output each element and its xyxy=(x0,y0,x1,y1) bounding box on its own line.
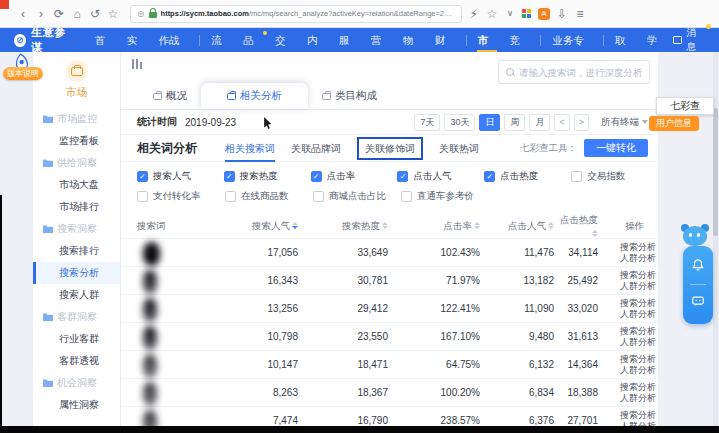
back-icon[interactable]: ‹ xyxy=(14,8,32,20)
sidebar-item-market-overview[interactable]: 市场大盘 xyxy=(33,174,120,196)
sort-icons[interactable] xyxy=(592,230,598,237)
tab-related-hot-words[interactable]: 关联热词 xyxy=(439,135,479,162)
flash-plugin-icon[interactable]: ⚡ xyxy=(468,8,480,20)
crowd-analysis-link[interactable]: 人群分析 xyxy=(600,309,656,320)
download-icon[interactable]: ⇩ xyxy=(556,8,568,20)
crowd-analysis-link[interactable]: 人群分析 xyxy=(600,365,656,376)
crowd-analysis-link[interactable]: 人群分析 xyxy=(600,281,656,292)
sidebar-item-customer-perspective[interactable]: 客群透视 xyxy=(33,350,120,372)
tab-related-analysis-active[interactable]: 相关分析 xyxy=(201,83,308,109)
sidebar-item-market-ranking[interactable]: 市场排行 xyxy=(33,196,120,218)
metric-checkbox-search-heat[interactable]: ✓搜索热度 xyxy=(224,170,311,183)
search-input[interactable] xyxy=(519,67,642,78)
search-analysis-link[interactable]: 搜索分析 xyxy=(600,298,656,309)
sidebar-item-search-crowd[interactable]: 搜索人群 xyxy=(33,284,120,306)
version-note-tag[interactable]: 版本说明 xyxy=(3,67,43,80)
sidebar-item-industry-customers[interactable]: 行业客群 xyxy=(33,328,120,350)
search-analysis-link[interactable]: 搜索分析 xyxy=(600,382,656,393)
nav-item-service[interactable]: 服务 xyxy=(339,28,359,52)
tab-overview[interactable]: 概况 xyxy=(139,83,201,109)
col-search-heat[interactable]: 搜索热度 xyxy=(300,214,390,239)
nav-item-finance[interactable]: 财务 xyxy=(435,28,455,52)
qicaicha-overlay-button[interactable]: 七彩查 xyxy=(656,97,714,115)
prev-date-button[interactable]: < xyxy=(554,114,569,131)
keyword-search-box[interactable] xyxy=(498,60,650,84)
range-7d-button[interactable]: 7天 xyxy=(414,114,440,131)
sidebar-group-customer-insight[interactable]: 客群洞察 xyxy=(33,306,120,328)
extension-badge-icon[interactable]: A xyxy=(538,8,550,20)
nav-item-competition[interactable]: 竞争 xyxy=(509,28,529,52)
tab-related-brand-words[interactable]: 关联品牌词 xyxy=(291,135,341,162)
scrollbar-thumb[interactable] xyxy=(713,108,718,236)
bookmark-star-icon[interactable]: ☆ xyxy=(104,8,122,20)
sort-icons[interactable] xyxy=(382,222,388,229)
sidebar-item-monitor-board[interactable]: 监控看板 xyxy=(33,130,120,152)
sidebar-item-attribute-insight[interactable]: 属性洞察 xyxy=(33,394,120,416)
home-icon[interactable]: ⌂ xyxy=(68,8,86,20)
chat-icon[interactable] xyxy=(691,294,705,312)
nav-item-market-active[interactable]: 市场 xyxy=(477,28,497,52)
history-icon[interactable]: ↺ xyxy=(86,8,104,20)
unit-month-button[interactable]: 月 xyxy=(529,114,550,131)
search-analysis-link[interactable]: 搜索分析 xyxy=(600,242,656,253)
favorite-star-icon[interactable]: ☆ xyxy=(486,8,498,20)
user-info-overlay-button[interactable]: 用户信息 xyxy=(649,116,699,131)
metric-checkbox-pay-conversion[interactable]: ✓支付转化率 xyxy=(137,190,225,203)
one-click-convert-button[interactable]: 一键转化 xyxy=(584,139,648,157)
metric-checkbox-trade-index[interactable]: ✓交易指数 xyxy=(571,170,658,183)
service-mascot-icon[interactable] xyxy=(681,224,709,248)
brand[interactable]: ⊘ 生意参谋 xyxy=(14,25,75,55)
sort-icons[interactable] xyxy=(292,222,298,229)
dropdown-caret-icon[interactable]: ∨ xyxy=(504,9,516,18)
next-date-button[interactable]: > xyxy=(574,114,589,131)
url-text[interactable]: https://sycm.taobao.com/mc/mq/search_ana… xyxy=(161,9,455,18)
sort-icons[interactable] xyxy=(474,222,480,229)
sidebar-group-search-insight[interactable]: 搜索洞察 xyxy=(33,218,120,240)
nav-item-warroom[interactable]: 作战室 xyxy=(158,28,188,52)
search-analysis-link[interactable]: 搜索分析 xyxy=(600,354,656,365)
sidebar-item-search-analysis-active[interactable]: 搜索分析 xyxy=(33,262,120,284)
nav-item-home[interactable]: 首页 xyxy=(95,28,115,52)
sidebar-group-supply-insight[interactable]: 供给洞察 xyxy=(33,152,120,174)
search-analysis-link[interactable]: 搜索分析 xyxy=(600,326,656,337)
metric-checkbox-ztc-ref-price[interactable]: ✓直通车参考价 xyxy=(401,190,489,203)
nav-item-logistics[interactable]: 物流 xyxy=(403,28,423,52)
sidebar-group-market-monitor[interactable]: 市场监控 xyxy=(33,108,120,130)
metric-checkbox-click-heat[interactable]: ✓点击热度 xyxy=(484,170,571,183)
nav-item-marketing[interactable]: 营销 xyxy=(371,28,391,52)
reload-icon[interactable]: ⟳ xyxy=(50,8,68,20)
nav-item-trade[interactable]: 交易 xyxy=(275,28,295,52)
metric-checkbox-ctr[interactable]: ✓点击率 xyxy=(311,170,398,183)
messages-button[interactable]: 消息 xyxy=(673,26,705,54)
nav-item-category[interactable]: 品类 xyxy=(243,28,263,52)
nav-item-business-zone[interactable]: 业务专区 xyxy=(552,28,592,52)
range-30d-button[interactable]: 30天 xyxy=(444,114,475,131)
nav-item-data-extract[interactable]: 取数 xyxy=(615,28,635,52)
sort-icons[interactable] xyxy=(548,222,554,229)
nav-item-realtime[interactable]: 实时 xyxy=(127,28,147,52)
search-analysis-link[interactable]: 搜索分析 xyxy=(600,410,656,421)
crowd-analysis-link[interactable]: 人群分析 xyxy=(600,253,656,264)
metric-checkbox-click-popularity[interactable]: ✓点击人气 xyxy=(397,170,484,183)
stat-date-value[interactable]: 2019-09-23 xyxy=(185,117,236,128)
extensions-grid-icon[interactable] xyxy=(522,9,532,19)
col-ctr[interactable]: 点击率 xyxy=(390,214,482,239)
sidebar-item-search-ranking[interactable]: 搜索排行 xyxy=(33,240,120,262)
crowd-analysis-link[interactable]: 人群分析 xyxy=(600,337,656,348)
address-bar[interactable]: ⊜ https://sycm.taobao.com/mc/mq/search_a… xyxy=(130,5,462,23)
nav-item-content[interactable]: 内容 xyxy=(307,28,327,52)
bell-icon[interactable] xyxy=(691,258,705,276)
crowd-analysis-link[interactable]: 人群分析 xyxy=(600,393,656,404)
terminal-dropdown[interactable]: 所有终端 xyxy=(601,116,648,129)
col-click-heat[interactable]: 点击热度 xyxy=(556,214,600,239)
menu-icon[interactable]: ≡ xyxy=(574,8,586,20)
tab-related-search-words-active[interactable]: 相关搜索词 xyxy=(225,135,275,162)
tab-related-modifier-words-boxed[interactable]: 关联修饰词 xyxy=(357,137,423,160)
sidebar-group-opportunity-insight[interactable]: 机会洞察 xyxy=(33,372,120,394)
metric-checkbox-online-products[interactable]: ✓在线商品数 xyxy=(225,190,313,203)
unit-week-button[interactable]: 周 xyxy=(504,114,525,131)
unit-day-button-active[interactable]: 日 xyxy=(479,114,500,131)
col-click-popularity[interactable]: 点击人气 xyxy=(482,214,556,239)
metric-checkbox-search-popularity[interactable]: ✓搜索人气 xyxy=(137,170,224,183)
col-search-popularity[interactable]: 搜索人气 xyxy=(205,214,300,239)
